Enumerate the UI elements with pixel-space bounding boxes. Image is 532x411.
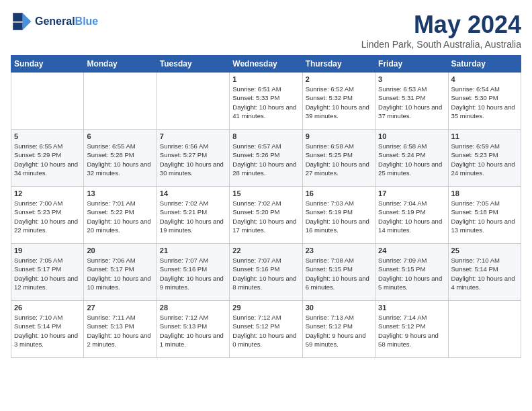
day-number: 16 bbox=[306, 189, 372, 197]
day-number: 1 bbox=[232, 75, 299, 83]
day-number: 18 bbox=[451, 189, 518, 197]
day-info: Sunrise: 6:53 AMSunset: 5:31 PMDaylight:… bbox=[378, 85, 445, 120]
day-cell: 12Sunrise: 7:00 AMSunset: 5:23 PMDayligh… bbox=[11, 187, 84, 244]
day-cell: 1Sunrise: 6:51 AMSunset: 5:33 PMDaylight… bbox=[230, 73, 302, 130]
day-cell: 2Sunrise: 6:52 AMSunset: 5:32 PMDaylight… bbox=[302, 73, 375, 130]
day-number: 11 bbox=[451, 132, 518, 140]
day-info: Sunrise: 7:12 AMSunset: 5:13 PMDaylight:… bbox=[160, 313, 226, 349]
day-info: Sunrise: 7:02 AMSunset: 5:20 PMDaylight:… bbox=[232, 199, 299, 234]
day-cell: 19Sunrise: 7:05 AMSunset: 5:17 PMDayligh… bbox=[11, 244, 84, 301]
day-number: 14 bbox=[160, 189, 226, 197]
day-cell: 29Sunrise: 7:12 AMSunset: 5:12 PMDayligh… bbox=[230, 301, 302, 358]
day-number: 3 bbox=[378, 75, 445, 83]
day-cell: 4Sunrise: 6:54 AMSunset: 5:30 PMDaylight… bbox=[448, 73, 521, 130]
day-info: Sunrise: 7:11 AMSunset: 5:13 PMDaylight:… bbox=[87, 313, 153, 349]
svg-marker-0 bbox=[23, 13, 32, 30]
week-row-4: 26Sunrise: 7:10 AMSunset: 5:14 PMDayligh… bbox=[11, 301, 521, 358]
day-number: 15 bbox=[232, 189, 299, 197]
day-number: 9 bbox=[306, 132, 372, 140]
day-info: Sunrise: 7:02 AMSunset: 5:21 PMDaylight:… bbox=[160, 199, 226, 234]
day-cell: 22Sunrise: 7:07 AMSunset: 5:16 PMDayligh… bbox=[230, 244, 302, 301]
day-cell: 10Sunrise: 6:58 AMSunset: 5:24 PMDayligh… bbox=[375, 130, 448, 187]
day-info: Sunrise: 7:10 AMSunset: 5:14 PMDaylight:… bbox=[451, 256, 518, 291]
day-number: 21 bbox=[160, 246, 226, 255]
day-info: Sunrise: 7:09 AMSunset: 5:15 PMDaylight:… bbox=[378, 256, 445, 291]
page-header: GeneralBlue May 2024 Linden Park, South … bbox=[11, 11, 521, 50]
logo-icon bbox=[11, 11, 32, 32]
day-cell: 3Sunrise: 6:53 AMSunset: 5:31 PMDaylight… bbox=[375, 73, 448, 130]
day-info: Sunrise: 6:58 AMSunset: 5:25 PMDaylight:… bbox=[306, 142, 372, 177]
day-info: Sunrise: 7:12 AMSunset: 5:12 PMDaylight:… bbox=[232, 313, 299, 349]
header-friday: Friday bbox=[375, 56, 448, 73]
day-number: 25 bbox=[451, 246, 518, 255]
header-wednesday: Wednesday bbox=[230, 56, 302, 73]
day-info: Sunrise: 6:52 AMSunset: 5:32 PMDaylight:… bbox=[306, 85, 372, 120]
day-info: Sunrise: 6:56 AMSunset: 5:27 PMDaylight:… bbox=[160, 142, 226, 177]
day-info: Sunrise: 7:06 AMSunset: 5:17 PMDaylight:… bbox=[87, 256, 153, 291]
day-number: 7 bbox=[160, 132, 226, 140]
day-cell bbox=[157, 73, 229, 130]
day-info: Sunrise: 6:58 AMSunset: 5:24 PMDaylight:… bbox=[378, 142, 445, 177]
month-year: May 2024 bbox=[361, 11, 521, 39]
day-cell: 14Sunrise: 7:02 AMSunset: 5:21 PMDayligh… bbox=[157, 187, 229, 244]
day-number: 5 bbox=[14, 132, 81, 140]
day-info: Sunrise: 7:14 AMSunset: 5:12 PMDaylight:… bbox=[378, 313, 445, 349]
day-info: Sunrise: 7:05 AMSunset: 5:17 PMDaylight:… bbox=[14, 256, 81, 291]
week-row-0: 1Sunrise: 6:51 AMSunset: 5:33 PMDaylight… bbox=[11, 73, 521, 130]
day-number: 10 bbox=[378, 132, 445, 140]
week-row-2: 12Sunrise: 7:00 AMSunset: 5:23 PMDayligh… bbox=[11, 187, 521, 244]
svg-rect-1 bbox=[13, 13, 22, 21]
day-number: 19 bbox=[14, 246, 81, 255]
day-info: Sunrise: 7:04 AMSunset: 5:19 PMDaylight:… bbox=[378, 199, 445, 234]
day-info: Sunrise: 7:01 AMSunset: 5:22 PMDaylight:… bbox=[87, 199, 153, 234]
day-cell: 8Sunrise: 6:57 AMSunset: 5:26 PMDaylight… bbox=[230, 130, 302, 187]
day-cell: 11Sunrise: 6:59 AMSunset: 5:23 PMDayligh… bbox=[448, 130, 521, 187]
header-monday: Monday bbox=[84, 56, 157, 73]
day-number: 12 bbox=[14, 189, 81, 197]
day-number: 26 bbox=[14, 304, 81, 312]
header-sunday: Sunday bbox=[11, 56, 84, 73]
day-info: Sunrise: 7:13 AMSunset: 5:12 PMDaylight:… bbox=[306, 313, 372, 349]
week-row-1: 5Sunrise: 6:55 AMSunset: 5:29 PMDaylight… bbox=[11, 130, 521, 187]
calendar-header-row: SundayMondayTuesdayWednesdayThursdayFrid… bbox=[11, 56, 521, 73]
logo: GeneralBlue bbox=[11, 11, 98, 32]
day-info: Sunrise: 6:51 AMSunset: 5:33 PMDaylight:… bbox=[232, 85, 299, 120]
day-cell bbox=[84, 73, 157, 130]
day-info: Sunrise: 7:05 AMSunset: 5:18 PMDaylight:… bbox=[451, 199, 518, 234]
week-row-3: 19Sunrise: 7:05 AMSunset: 5:17 PMDayligh… bbox=[11, 244, 521, 301]
day-info: Sunrise: 7:07 AMSunset: 5:16 PMDaylight:… bbox=[232, 256, 299, 291]
day-cell bbox=[448, 301, 521, 358]
day-number: 8 bbox=[232, 132, 299, 140]
header-thursday: Thursday bbox=[302, 56, 375, 73]
day-cell: 27Sunrise: 7:11 AMSunset: 5:13 PMDayligh… bbox=[84, 301, 157, 358]
day-number: 28 bbox=[160, 304, 226, 312]
day-cell: 6Sunrise: 6:55 AMSunset: 5:28 PMDaylight… bbox=[84, 130, 157, 187]
svg-rect-2 bbox=[13, 23, 22, 30]
day-cell: 7Sunrise: 6:56 AMSunset: 5:27 PMDaylight… bbox=[157, 130, 229, 187]
day-cell: 24Sunrise: 7:09 AMSunset: 5:15 PMDayligh… bbox=[375, 244, 448, 301]
day-number: 29 bbox=[232, 304, 299, 312]
day-cell: 31Sunrise: 7:14 AMSunset: 5:12 PMDayligh… bbox=[375, 301, 448, 358]
location: Linden Park, South Australia, Australia bbox=[361, 39, 521, 50]
day-number: 20 bbox=[87, 246, 153, 255]
day-info: Sunrise: 7:07 AMSunset: 5:16 PMDaylight:… bbox=[160, 256, 226, 291]
day-cell: 17Sunrise: 7:04 AMSunset: 5:19 PMDayligh… bbox=[375, 187, 448, 244]
day-number: 2 bbox=[306, 75, 372, 83]
title-area: May 2024 Linden Park, South Australia, A… bbox=[361, 11, 521, 50]
day-cell: 16Sunrise: 7:03 AMSunset: 5:19 PMDayligh… bbox=[302, 187, 375, 244]
day-info: Sunrise: 6:54 AMSunset: 5:30 PMDaylight:… bbox=[451, 85, 518, 120]
calendar-table: SundayMondayTuesdayWednesdayThursdayFrid… bbox=[11, 55, 521, 358]
header-saturday: Saturday bbox=[448, 56, 521, 73]
header-tuesday: Tuesday bbox=[157, 56, 229, 73]
day-info: Sunrise: 7:00 AMSunset: 5:23 PMDaylight:… bbox=[14, 199, 81, 234]
day-cell: 18Sunrise: 7:05 AMSunset: 5:18 PMDayligh… bbox=[448, 187, 521, 244]
day-number: 31 bbox=[378, 304, 445, 312]
day-cell: 25Sunrise: 7:10 AMSunset: 5:14 PMDayligh… bbox=[448, 244, 521, 301]
day-cell: 9Sunrise: 6:58 AMSunset: 5:25 PMDaylight… bbox=[302, 130, 375, 187]
day-cell: 5Sunrise: 6:55 AMSunset: 5:29 PMDaylight… bbox=[11, 130, 84, 187]
logo-text: GeneralBlue bbox=[35, 15, 98, 28]
day-number: 30 bbox=[306, 304, 372, 312]
day-number: 22 bbox=[232, 246, 299, 255]
day-info: Sunrise: 7:10 AMSunset: 5:14 PMDaylight:… bbox=[14, 313, 81, 349]
day-number: 24 bbox=[378, 246, 445, 255]
